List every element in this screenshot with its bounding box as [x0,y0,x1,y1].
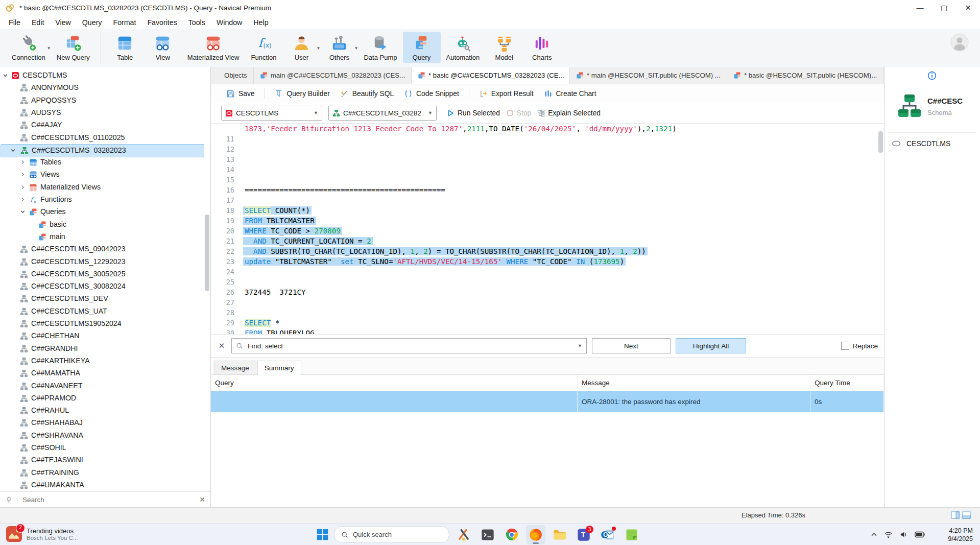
toolbar-new-query-button[interactable]: New Query [51,32,95,63]
chevron-open-icon[interactable] [3,73,8,78]
chevron-down-icon[interactable]: ▼ [47,46,51,51]
tree-item-c-cescdtlms-12292023[interactable]: C##CESCDTLMS_12292023 [1,256,204,268]
taskbar-app-file-explorer[interactable] [550,525,569,544]
menu-view[interactable]: View [50,17,77,28]
tree-item-c-cescdtlms-01102025[interactable]: C##CESCDTLMS_01102025 [1,132,204,144]
column-header-query[interactable]: Query [211,375,578,391]
toolbar-materialized-view-button[interactable]: Materialized View [182,32,245,63]
save-button[interactable]: Save [221,87,259,101]
tree-item-c-sohil[interactable]: C##SOHIL [1,442,204,454]
connection-select[interactable]: CESCDTLMS ▼ [221,106,322,121]
result-row[interactable]: ORA-28001: the password has expired0s [211,391,884,412]
export-result-button[interactable]: Export Result [474,87,539,101]
sidebar-search-input[interactable] [21,495,195,504]
tree-item-c-karthikeya[interactable]: C##KARTHIKEYA [1,355,204,367]
taskbar-app-firefox[interactable] [526,525,545,544]
find-input[interactable] [247,342,574,350]
find-next-button[interactable]: Next [592,338,671,353]
schema-select[interactable]: C##CESCDTLMS_03282 ▼ [328,106,437,121]
tree-item-cescdtlms[interactable]: CESCDTLMS [1,69,204,82]
tree-item-c-pramod[interactable]: C##PRAMOD [1,392,204,405]
tree-item-basic[interactable]: basic [1,219,204,231]
tree-item-anonymous[interactable]: ANONYMOUS [1,82,204,94]
tree-item-c-shahabaj[interactable]: C##SHAHABAJ [1,417,204,429]
find-input-box[interactable]: ▼ [231,338,587,353]
start-button-icon[interactable] [316,528,329,541]
menu-help[interactable]: Help [248,17,274,28]
tree-item-views[interactable]: Views [1,169,204,181]
tab-query-1[interactable]: main @C##CESCDTLMS_03282023 (CES... [254,67,412,84]
tree-item-c-cescdtlms-30052025[interactable]: C##CESCDTLMS_30052025 [1,268,204,280]
battery-icon[interactable] [915,531,925,538]
tree-item-c-training[interactable]: C##TRAINING [1,467,204,479]
maximize-button[interactable]: ▢ [932,0,956,15]
find-close-icon[interactable]: ✕ [217,341,226,350]
chevron-closed-icon[interactable] [20,197,26,202]
taskbar-app-terminal[interactable] [478,525,497,544]
layout-toggle-icon[interactable] [951,511,960,519]
menu-file[interactable]: File [3,17,26,28]
tree-item-queries[interactable]: Queries [1,206,204,218]
code-snippet-button[interactable]: Code Snippet [399,87,464,101]
editor-scrollbar[interactable] [878,131,883,153]
chevron-down-icon[interactable]: ▼ [317,46,321,51]
taskbar-clock[interactable]: 4:20 PM 9/4/2025 [948,527,973,543]
tree-item-appqossys[interactable]: APPQOSSYS [1,94,204,107]
tree-item-c-cescdtlms19052024[interactable]: C##CESCDTLMS19052024 [1,318,204,330]
beautify-sql-button[interactable]: Beautify SQL [335,87,399,101]
taskbar-search[interactable]: Quick search [334,526,449,543]
replace-checkbox[interactable] [841,342,849,350]
chevron-open-icon[interactable] [20,209,26,215]
minimize-button[interactable]: — [908,0,932,15]
toolbar-others-button[interactable]: ▼Others [320,32,358,63]
tree-item-c-grandhi[interactable]: C##GRANDHI [1,343,204,355]
tree-item-audsys[interactable]: AUDSYS [1,107,204,119]
schema-list-item[interactable]: CESCDTLMS [891,139,950,148]
tray-chevron-up-icon[interactable] [871,531,877,538]
connection-filter-icon[interactable] [5,496,13,504]
toolbar-user-button[interactable]: ▼User [282,32,320,63]
user-avatar[interactable] [950,33,969,52]
wifi-icon[interactable] [884,530,893,539]
tree-item-materialized-views[interactable]: Materialized Views [1,181,204,194]
volume-icon[interactable] [899,530,908,539]
tree-item-c-rahul[interactable]: C##RAHUL [1,405,204,417]
toolbar-view-button[interactable]: View [144,32,182,63]
toolbar-function-button[interactable]: f(x)Function [245,32,282,63]
result-tab-message[interactable]: Message [214,361,256,374]
layout-toggle-bottom-icon[interactable] [962,511,971,519]
tree-item-tables[interactable]: Tables [1,156,204,169]
explain-selected-button[interactable]: Explain Selected [537,109,601,117]
tree-item-c-mamatha[interactable]: C##MAMATHA [1,367,204,380]
toolbar-connection-button[interactable]: ▼Connection [6,32,51,63]
create-chart-button[interactable]: Create Chart [539,87,602,101]
taskbar-app-teams[interactable]: T3 [574,525,593,544]
tree-item-c-navaneet[interactable]: C##NAVANEET [1,380,204,392]
tree-item-c-chethan[interactable]: C##CHETHAN [1,330,204,342]
chevron-down-icon[interactable]: ▼ [578,343,582,348]
toolbar-table-button[interactable]: Table [106,32,144,63]
tree-item-c-tejaswini[interactable]: C##TEJASWINI [1,454,204,466]
news-widget[interactable]: 2 Trending videos Bosch Lets You C... [6,526,78,542]
toolbar-query-button[interactable]: Query [403,32,441,63]
column-header-message[interactable]: Message [578,375,810,391]
menu-window[interactable]: Window [211,17,248,28]
chevron-open-icon[interactable] [10,148,16,153]
menu-query[interactable]: Query [77,17,108,28]
taskbar-app-sports[interactable] [454,525,473,544]
toolbar-data-pump-button[interactable]: Data Pump [358,32,402,63]
chevron-closed-icon[interactable] [20,184,26,190]
sql-editor[interactable]: 1873,'Feeder Bifurcation 1213 Feeder Cod… [211,124,884,334]
tab-query-4[interactable]: * basic @HESCOM_SIT.public (HESCOM)... [727,67,883,84]
tree-item-c-cescdtlms-03282023[interactable]: C##CESCDTLMS_03282023 [1,144,204,157]
tree-item-main[interactable]: main [1,231,204,243]
result-tab-summary[interactable]: Summary [257,361,301,375]
taskbar-app-chrome[interactable] [502,525,521,544]
menu-edit[interactable]: Edit [26,17,50,28]
tree-item-c-shravana[interactable]: C##SHRAVANA [1,430,204,442]
tree-item-c-cescdtlms-uat[interactable]: C##CESCDTLMS_UAT [1,305,204,318]
taskbar-app-outlook[interactable]: O [598,525,617,544]
run-selected-button[interactable]: Run Selected [447,109,500,117]
sidebar-search-clear-icon[interactable]: ✕ [199,495,205,504]
menu-favorites[interactable]: Favorites [141,17,182,28]
